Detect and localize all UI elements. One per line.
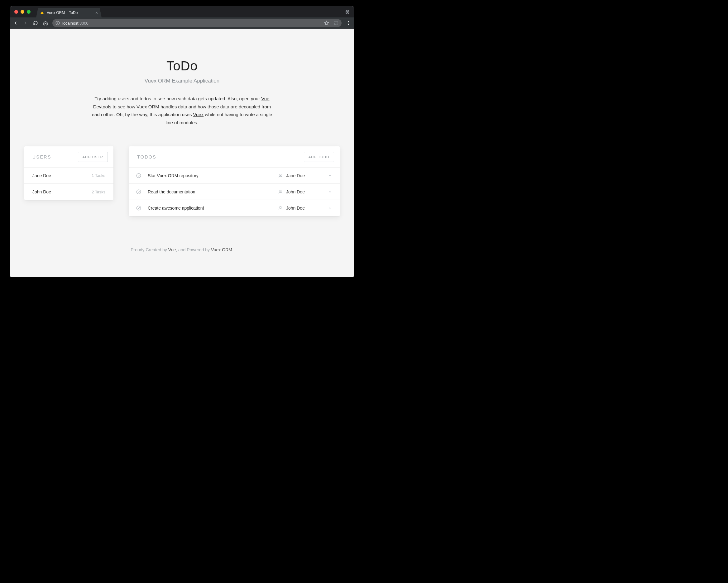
browser-tab[interactable]: Vuex ORM – ToDo × (36, 8, 102, 18)
maximize-window-button[interactable] (27, 10, 30, 14)
todos-heading: TODOS (137, 155, 156, 160)
url-input[interactable]: localhost:3000 (52, 19, 342, 27)
back-button[interactable] (12, 20, 19, 26)
svg-point-6 (334, 25, 334, 25)
todo-title: Star Vuex ORM repository (148, 173, 272, 178)
menu-button[interactable] (345, 20, 352, 26)
incognito-icon (345, 9, 350, 15)
todo-title: Read the documentation (148, 189, 272, 194)
check-circle-icon[interactable] (136, 173, 142, 178)
todo-row[interactable]: Read the documentation John Doe (129, 184, 340, 200)
assignee-name: John Doe (286, 189, 305, 194)
address-bar: localhost:3000 (10, 18, 354, 29)
forward-button[interactable] (22, 20, 29, 26)
user-icon (278, 173, 283, 178)
assignee-name: John Doe (286, 205, 305, 211)
cast-icon[interactable] (334, 21, 338, 26)
svg-point-1 (348, 12, 349, 14)
window-controls (14, 10, 30, 14)
user-name: Jane Doe (32, 173, 92, 178)
url-host: localhost (62, 21, 78, 26)
url-port: :3000 (78, 21, 88, 26)
svg-point-11 (280, 174, 281, 175)
todo-row[interactable]: Create awesome application! John Doe (129, 200, 340, 216)
browser-window: Vuex ORM – ToDo × localhost:3000 (10, 6, 354, 277)
user-task-count: 2 Tasks (92, 190, 105, 194)
home-button[interactable] (43, 20, 49, 26)
todos-card-header: TODOS ADD TODO (129, 146, 340, 168)
page-title: ToDo (22, 59, 342, 74)
close-window-button[interactable] (14, 10, 18, 14)
users-heading: USERS (32, 155, 51, 160)
todo-row[interactable]: Star Vuex ORM repository Jane Doe (129, 168, 340, 184)
minimize-window-button[interactable] (21, 10, 24, 14)
hero-text: Try adding users and todos to see how ea… (95, 96, 261, 101)
users-card-header: USERS ADD USER (24, 146, 113, 168)
check-circle-icon[interactable] (136, 205, 142, 211)
hero-description: Try adding users and todos to see how ea… (90, 95, 274, 127)
page-subtitle: Vuex ORM Example Application (22, 78, 342, 84)
svg-marker-5 (324, 21, 329, 25)
svg-point-7 (348, 21, 349, 22)
todo-title: Create awesome application! (148, 205, 272, 211)
vuex-orm-link[interactable]: Vuex ORM (211, 247, 232, 252)
user-icon (278, 189, 283, 194)
add-todo-button[interactable]: ADD TODO (304, 152, 334, 162)
tab-close-icon[interactable]: × (95, 10, 98, 15)
user-row[interactable]: John Doe 2 Tasks (24, 184, 113, 200)
tab-bar: Vuex ORM – ToDo × (10, 6, 354, 18)
bookmark-star-icon[interactable] (324, 21, 329, 26)
chevron-down-icon[interactable] (327, 206, 333, 210)
svg-point-0 (346, 12, 347, 14)
todo-assignee: John Doe (278, 205, 321, 211)
add-user-button[interactable]: ADD USER (78, 152, 108, 162)
assignee-name: Jane Doe (286, 173, 305, 178)
tab-title: Vuex ORM – ToDo (47, 10, 93, 15)
site-info-icon[interactable] (55, 21, 60, 25)
footer: Proudy Created by Vue, and Powered by Vu… (10, 235, 354, 268)
svg-point-13 (280, 190, 281, 192)
chevron-down-icon[interactable] (327, 190, 333, 194)
user-icon (278, 205, 283, 211)
chevron-down-icon[interactable] (327, 173, 333, 178)
reload-button[interactable] (32, 20, 38, 26)
user-task-count: 1 Tasks (92, 173, 105, 178)
hero: ToDo Vuex ORM Example Application Try ad… (10, 29, 354, 139)
todo-assignee: John Doe (278, 189, 321, 194)
tab-favicon-icon (40, 10, 44, 15)
footer-text: , and Powered by (176, 247, 211, 252)
cards-container: USERS ADD USER Jane Doe 1 Tasks John Doe… (10, 139, 354, 235)
url-display: localhost:3000 (62, 21, 88, 26)
svg-point-8 (348, 23, 349, 24)
todo-assignee: Jane Doe (278, 173, 321, 178)
todos-card: TODOS ADD TODO Star Vuex ORM repository … (129, 146, 340, 216)
user-row[interactable]: Jane Doe 1 Tasks (24, 168, 113, 184)
svg-point-15 (280, 206, 281, 208)
check-circle-icon[interactable] (136, 189, 142, 195)
vue-link[interactable]: Vue (168, 247, 176, 252)
page-content: ToDo Vuex ORM Example Application Try ad… (10, 29, 354, 277)
footer-text: . (232, 247, 233, 252)
users-card: USERS ADD USER Jane Doe 1 Tasks John Doe… (24, 146, 113, 200)
vuex-link[interactable]: Vuex (193, 112, 204, 117)
user-name: John Doe (32, 189, 92, 194)
svg-point-9 (348, 24, 349, 25)
footer-text: Proudy Created by (131, 247, 168, 252)
